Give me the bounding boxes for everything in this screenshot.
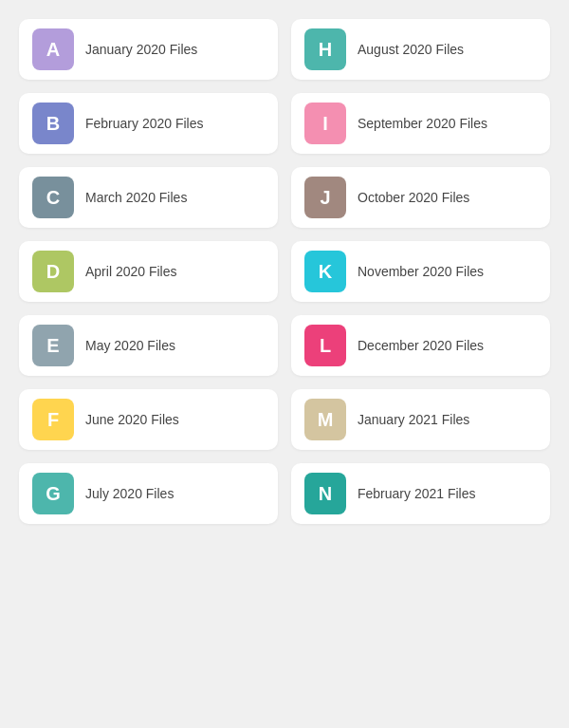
- item-badge: D: [32, 251, 74, 292]
- list-item[interactable]: NFebruary 2021 Files: [291, 463, 550, 524]
- list-item[interactable]: EMay 2020 Files: [19, 315, 278, 376]
- item-badge: L: [304, 325, 346, 366]
- list-item[interactable]: AJanuary 2020 Files: [19, 19, 278, 80]
- item-label: April 2020 Files: [85, 264, 177, 279]
- list-item[interactable]: HAugust 2020 Files: [291, 19, 550, 80]
- list-item[interactable]: JOctober 2020 Files: [291, 167, 550, 228]
- item-badge: G: [32, 473, 74, 514]
- list-item[interactable]: BFebruary 2020 Files: [19, 93, 278, 154]
- item-label: January 2020 Files: [85, 42, 197, 57]
- item-badge: E: [32, 325, 74, 366]
- list-item[interactable]: CMarch 2020 Files: [19, 167, 278, 228]
- list-item[interactable]: DApril 2020 Files: [19, 241, 278, 302]
- list-item[interactable]: GJuly 2020 Files: [19, 463, 278, 524]
- item-label: June 2020 Files: [85, 412, 179, 427]
- item-badge: M: [304, 399, 346, 440]
- item-label: October 2020 Files: [358, 190, 469, 205]
- list-item[interactable]: LDecember 2020 Files: [291, 315, 550, 376]
- item-label: January 2021 Files: [358, 412, 469, 427]
- item-badge: J: [304, 177, 346, 218]
- item-badge: F: [32, 399, 74, 440]
- item-label: December 2020 Files: [358, 338, 484, 353]
- item-label: February 2021 Files: [358, 486, 476, 501]
- item-badge: B: [32, 103, 74, 144]
- item-label: March 2020 Files: [85, 190, 187, 205]
- list-item[interactable]: ISeptember 2020 Files: [291, 93, 550, 154]
- item-badge: H: [304, 28, 346, 70]
- item-badge: I: [304, 103, 346, 144]
- item-label: May 2020 Files: [85, 338, 175, 353]
- files-grid: AJanuary 2020 FilesHAugust 2020 FilesBFe…: [19, 19, 550, 524]
- item-label: July 2020 Files: [85, 486, 174, 501]
- item-badge: K: [304, 251, 346, 292]
- item-label: February 2020 Files: [85, 116, 204, 131]
- item-label: September 2020 Files: [358, 116, 487, 131]
- list-item[interactable]: FJune 2020 Files: [19, 389, 278, 450]
- item-badge: N: [304, 473, 346, 514]
- list-item[interactable]: MJanuary 2021 Files: [291, 389, 550, 450]
- list-item[interactable]: KNovember 2020 Files: [291, 241, 550, 302]
- item-badge: C: [32, 177, 74, 218]
- item-label: November 2020 Files: [358, 264, 484, 279]
- item-label: August 2020 Files: [358, 42, 464, 57]
- item-badge: A: [32, 28, 74, 70]
